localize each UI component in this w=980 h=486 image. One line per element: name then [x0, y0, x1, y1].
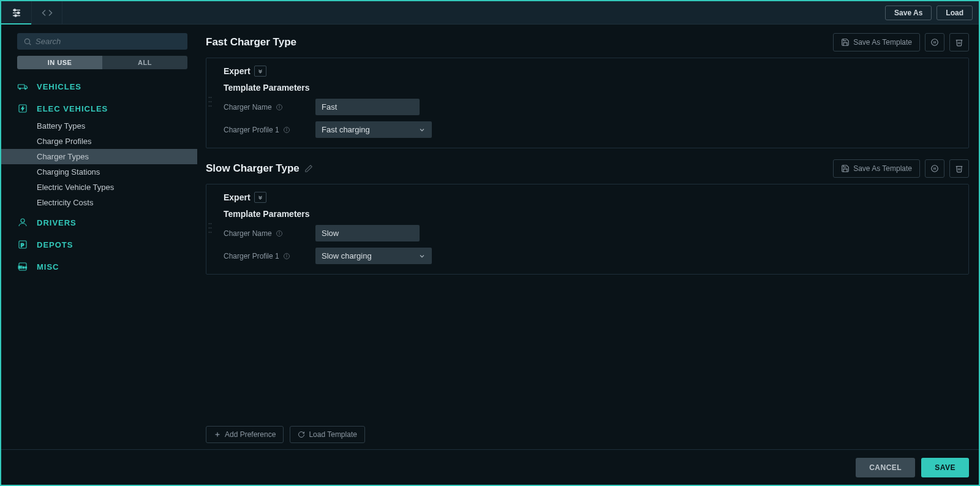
svg-point-17: [932, 39, 938, 46]
sidebar: IN USE ALL VEHICLES ELEC VEHICLES Batter…: [1, 25, 197, 449]
nav-section-elec-vehicles: ELEC VEHICLES Battery Types Charge Profi…: [1, 99, 197, 210]
footer: CANCEL SAVE: [1, 449, 979, 485]
nav-header-depots[interactable]: P DEPOTS: [1, 235, 197, 254]
expert-label: Expert: [224, 66, 251, 76]
svg-point-38: [211, 227, 212, 229]
param-charger-name: Charger Name: [224, 225, 959, 241]
param-label: Charger Profile 1: [224, 252, 279, 260]
topbar-actions: Save As Load: [885, 6, 973, 20]
svg-text:P: P: [21, 243, 24, 248]
nav-label: VEHICLES: [37, 82, 81, 91]
chevrons-down-icon: [257, 194, 263, 200]
info-icon[interactable]: [283, 252, 290, 260]
add-preference-label: Add Preference: [225, 430, 276, 439]
info-icon[interactable]: [276, 104, 283, 111]
nav-item-charger-types[interactable]: Charger Types: [1, 149, 197, 164]
expert-row: Expert: [224, 66, 959, 77]
save-icon: [841, 164, 850, 173]
topbar: Save As Load: [1, 1, 979, 25]
nav-header-vehicles[interactable]: VEHICLES: [1, 77, 197, 96]
svg-point-35: [209, 223, 210, 224]
search-icon: [23, 37, 32, 46]
user-icon: [17, 217, 28, 228]
svg-point-9: [19, 88, 20, 89]
section-header: Slow Charger Type Save As Template: [206, 159, 969, 178]
save-as-button[interactable]: Save As: [885, 6, 932, 20]
section-actions: Save As Template: [833, 33, 969, 51]
section-slow-charger: Slow Charger Type Save As Template: [206, 159, 969, 275]
tab-settings[interactable]: [1, 1, 32, 24]
svg-text:Misc: Misc: [18, 265, 28, 269]
section-title: Fast Charger Type: [206, 36, 296, 48]
drag-handle[interactable]: [208, 222, 212, 236]
svg-rect-8: [18, 85, 25, 88]
charger-name-input[interactable]: [315, 99, 420, 115]
load-template-button[interactable]: Load Template: [290, 426, 365, 443]
section-header: Fast Charger Type Save As Template: [206, 33, 969, 51]
svg-point-20: [209, 97, 210, 98]
grip-icon: [208, 96, 212, 107]
svg-point-40: [211, 232, 212, 233]
delete-button[interactable]: [949, 33, 969, 51]
param-label: Charger Profile 1: [224, 126, 279, 134]
save-as-template-button[interactable]: Save As Template: [833, 33, 920, 51]
bottom-actions: Add Preference Load Template: [206, 426, 969, 443]
svg-point-3: [13, 9, 15, 11]
param-label: Charger Name: [224, 103, 272, 112]
nav-item-charging-stations[interactable]: Charging Stations: [1, 164, 197, 180]
plus-icon: [214, 431, 221, 438]
add-preference-button[interactable]: Add Preference: [206, 426, 284, 443]
pause-button[interactable]: [925, 33, 944, 51]
svg-point-21: [211, 97, 212, 98]
param-label-wrap: Charger Name: [224, 229, 315, 238]
pause-button[interactable]: [925, 159, 944, 178]
svg-point-12: [21, 219, 24, 222]
chevron-down-icon: [418, 252, 426, 260]
pencil-icon[interactable]: [304, 164, 313, 173]
search-wrap[interactable]: [17, 33, 187, 50]
svg-point-46: [286, 254, 287, 255]
topbar-tabs: [1, 1, 62, 24]
filter-all[interactable]: ALL: [102, 56, 187, 69]
expert-toggle[interactable]: [254, 66, 266, 77]
cancel-button[interactable]: CANCEL: [856, 458, 915, 477]
charger-name-input[interactable]: [315, 225, 420, 241]
delete-button[interactable]: [949, 159, 969, 178]
svg-point-31: [286, 128, 287, 129]
search-input[interactable]: [36, 37, 181, 46]
tab-code[interactable]: [32, 1, 62, 24]
svg-point-24: [209, 105, 210, 107]
grip-icon: [208, 222, 212, 234]
save-icon: [841, 38, 850, 47]
nav-header-elec-vehicles[interactable]: ELEC VEHICLES: [1, 99, 197, 118]
svg-point-39: [209, 232, 210, 233]
drag-handle[interactable]: [208, 96, 212, 110]
svg-point-37: [209, 227, 210, 229]
svg-point-43: [279, 232, 279, 232]
expert-toggle[interactable]: [254, 192, 266, 203]
sliders-icon: [11, 7, 22, 18]
nav-item-ev-types[interactable]: Electric Vehicle Types: [1, 180, 197, 195]
panel: Expert Template Parameters Charger Name: [206, 58, 969, 148]
charger-profile-select[interactable]: Slow charging: [315, 248, 432, 264]
nav-section-depots: P DEPOTS: [1, 235, 197, 254]
svg-line-7: [29, 43, 31, 45]
save-as-template-button[interactable]: Save As Template: [833, 159, 920, 178]
nav-item-charge-profiles[interactable]: Charge Profiles: [1, 134, 197, 149]
charger-profile-select[interactable]: Fast charging: [315, 121, 432, 138]
save-button[interactable]: SAVE: [921, 458, 969, 477]
select-value: Fast charging: [322, 125, 370, 134]
misc-icon: Misc: [17, 261, 28, 272]
pause-icon: [930, 38, 939, 47]
info-icon[interactable]: [283, 126, 290, 134]
load-button[interactable]: Load: [937, 6, 973, 20]
svg-point-36: [211, 223, 212, 224]
nav-label: DRIVERS: [37, 218, 77, 227]
filter-in-use[interactable]: IN USE: [17, 56, 102, 69]
nav-item-electricity-costs[interactable]: Electricity Costs: [1, 195, 197, 210]
nav-header-drivers[interactable]: DRIVERS: [1, 213, 197, 232]
nav-item-battery-types[interactable]: Battery Types: [1, 118, 197, 134]
panel: Expert Template Parameters Charger Name: [206, 184, 969, 275]
nav-header-misc[interactable]: Misc MISC: [1, 257, 197, 276]
info-icon[interactable]: [276, 230, 283, 237]
